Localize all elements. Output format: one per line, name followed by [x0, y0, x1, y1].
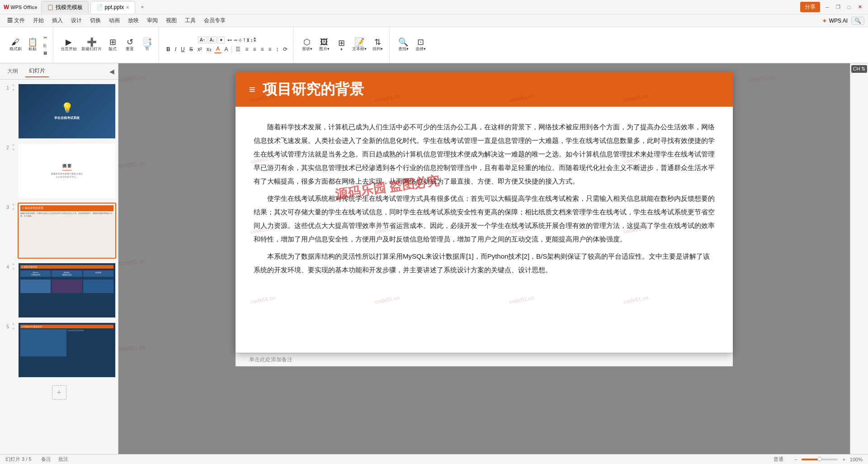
slide-thumb-3[interactable]: ≡ 项目研究的背景 随着科学技术发展，计算机已成为人们生活中必不可少的生活办公工… — [18, 203, 116, 259]
find-button[interactable]: 🔍 查找▾ — [395, 37, 411, 53]
strikethrough-button[interactable]: S — [188, 46, 195, 53]
slide-thumb-2[interactable]: 摘 要 随着科学技术发展计算机已成为人们生活中必不可少... — [18, 143, 116, 199]
bold-button[interactable]: B — [165, 46, 172, 53]
notes-btn[interactable]: 备注 — [38, 455, 54, 463]
tab-close-icon[interactable]: ✕ — [126, 5, 129, 10]
paragraph-3: 本系统为了数据库结构的灵活性所以打算采用MySQL来设计数据库[1]，而Pyth… — [254, 250, 715, 277]
maximize-button[interactable]: □ — [844, 3, 854, 12]
slide-thumb-1[interactable]: 💡 学生在线考试系统 — [18, 83, 116, 139]
menu-home[interactable]: 开始 — [29, 15, 47, 26]
format-brush-button[interactable]: 🖌 格式刷 — [7, 37, 24, 53]
layout-button[interactable]: ⊞ 版式 — [104, 37, 121, 53]
shape-button[interactable]: ⬡ 形状▾ — [299, 37, 315, 53]
menu-member[interactable]: 会员专享 — [200, 15, 229, 26]
ribbon-group-clipboard: 🖌 格式刷 📋 粘贴 ✂ ⎘ ▦ — [4, 27, 53, 63]
font-size-increase[interactable]: A↑ — [198, 37, 207, 43]
main-area: 大纲 幻灯片 ◀ 1 ★ ★ 💡 学生在线考试系统 — [0, 63, 868, 454]
select-button[interactable]: ⊡ 选择▾ — [412, 37, 429, 53]
menu-file[interactable]: ☰ 文件 — [4, 15, 28, 26]
add-slide-button[interactable]: + — [52, 385, 66, 400]
picture-button[interactable]: 🖼 图片▾ — [316, 37, 332, 53]
title-tabs: 📋 找模壳模板 📄 ppt.pptx ✕ + — [41, 1, 148, 14]
zoom-out-btn[interactable]: − — [792, 456, 800, 463]
underline-button[interactable]: U — [179, 46, 187, 53]
play-current-button[interactable]: ▶ 当页开始 — [59, 37, 79, 53]
close-button[interactable]: ✕ — [855, 3, 864, 12]
menu-transition[interactable]: 切换 — [86, 15, 104, 26]
subscript-button[interactable]: x₂ — [205, 46, 213, 53]
align-bullets-button[interactable]: ☰ — [234, 46, 242, 53]
cut-button[interactable]: ✂ — [42, 34, 49, 42]
reset-button[interactable]: ↺ 重置 — [122, 37, 138, 53]
slide-item-3[interactable]: 3 ★ ★ ≡ 项目研究的背景 随着科学技术发展，计算机已成为人们生活中必不可少… — [2, 203, 116, 259]
format-clear-button[interactable]: ▦ — [42, 50, 49, 56]
normal-view-btn[interactable]: 普通 — [771, 455, 786, 463]
new-slide-button[interactable]: ➕ 新建幻灯片 — [80, 37, 104, 53]
font-color-button[interactable]: A — [214, 45, 222, 53]
right-panel: CH ⇅ — [850, 63, 868, 454]
zoom-in-btn[interactable]: + — [840, 456, 848, 463]
slide-thumb-4[interactable]: ≡ 系统开发环境 Python可视化技术 MySQL数据库合成 b/s架构 — [18, 262, 116, 318]
outline-tab[interactable]: 大纲 — [4, 66, 22, 77]
slides-tab[interactable]: 幻灯片 — [25, 65, 49, 77]
tab-template[interactable]: 📋 找模壳模板 — [41, 1, 89, 14]
share-button[interactable]: 分享 — [800, 2, 820, 12]
menu-tools[interactable]: 工具 — [181, 15, 199, 26]
title-bar-right: 分享 ─ ❐ □ ✕ — [800, 2, 864, 12]
text-shadow-button[interactable]: A — [222, 46, 230, 53]
copy-button[interactable]: ⎘ — [42, 42, 49, 49]
align-left-button[interactable]: ≡ — [243, 46, 250, 53]
window-controls: ─ ❐ □ ✕ — [823, 3, 864, 12]
add-slide-area[interactable]: + — [2, 382, 116, 403]
restore-button[interactable]: ❐ — [834, 3, 843, 12]
section-button[interactable]: 📑 节 — [139, 37, 155, 53]
menu-slideshow[interactable]: 放映 — [124, 15, 142, 26]
tab-add-button[interactable]: + — [137, 2, 147, 12]
slide-item-2[interactable]: 2 ★ ★ 摘 要 随着科学技术发展计算机已成为人们生活中必不可少... — [2, 143, 116, 199]
slide-item-4[interactable]: 4 ★ ★ ≡ 系统开发环境 Python可视化技术 MySQL数据库合成 b/… — [2, 262, 116, 318]
menu-review[interactable]: 审阅 — [143, 15, 161, 26]
sort-button[interactable]: ⇅ 排列▾ — [369, 37, 386, 53]
slide-item-1[interactable]: 1 ★ ★ 💡 学生在线考试系统 — [2, 83, 116, 139]
ribbon: 🖌 格式刷 📋 粘贴 ✂ ⎘ ▦ ▶ 当页开始 — [0, 27, 868, 63]
paste-button[interactable]: 📋 粘贴 — [24, 37, 41, 53]
review-btn[interactable]: 批注 — [56, 455, 71, 463]
menu-insert[interactable]: 插入 — [48, 15, 66, 26]
text-clear-format[interactable]: ✦ — [217, 37, 225, 43]
ribbon-group-drawing: ⬡ 形状▾ 🖼 图片▾ ⊞ ▾ 📝 文本框▾ ⇅ 排列▾ — [295, 27, 390, 63]
textbox-button[interactable]: 📝 文本框▾ — [350, 37, 368, 53]
language-toggle[interactable]: CH ⇅ — [851, 65, 868, 73]
search-box[interactable]: 🔍 — [851, 17, 864, 25]
zoom-level: 100% — [850, 457, 863, 462]
menu-view[interactable]: 视图 — [162, 15, 180, 26]
italic-button[interactable]: I — [173, 46, 178, 53]
slide-count: 幻灯片 3 / 5 — [5, 456, 31, 463]
slide-header: ≡ 项目研究的背景 — [236, 72, 733, 107]
slide-item-5[interactable]: 5 ★ ★ ≡ Python可视化技术 Python技术内容描述... — [2, 322, 116, 378]
menu-animation[interactable]: 动画 — [105, 15, 123, 26]
text-direction-button[interactable]: ⟳ — [281, 46, 289, 53]
slide-thumb-5[interactable]: ≡ Python可视化技术 Python技术内容描述... — [18, 322, 116, 378]
numbering-button[interactable]: ⁑ — [254, 38, 256, 43]
align-right-button[interactable]: ≡ — [259, 46, 265, 53]
tab-file[interactable]: 📄 ppt.pptx ✕ — [90, 1, 136, 14]
slide-footer-notes[interactable]: 单击此处添加备注 — [236, 353, 733, 366]
menu-bar-right: ✦ WPS AI 🔍 — [822, 17, 864, 25]
superscript-button[interactable]: x² — [196, 46, 204, 53]
paragraph-spacing-button[interactable]: ↨ — [250, 38, 253, 43]
zoom-slider[interactable] — [802, 459, 838, 460]
font-size-decrease[interactable]: A↓ — [208, 37, 217, 43]
content-area: code51.cn code51.cn code51.cn code51.cn … — [118, 63, 850, 454]
arrange-button[interactable]: ⊞ ▾ — [333, 38, 349, 52]
wps-ai-btn[interactable]: ✦ WPS AI — [822, 17, 848, 24]
title-bar: W WPS Office 📋 找模壳模板 📄 ppt.pptx ✕ + 分享 ─… — [0, 0, 868, 14]
paragraph-1: 随着科学技术发展，计算机已成为人们生活中必不可少的生活办公工具，在这样的背景下，… — [254, 120, 715, 188]
justify-button[interactable]: ≡ — [266, 46, 273, 53]
sidebar-collapse-button[interactable]: ◀ — [109, 68, 114, 75]
minimize-button[interactable]: ─ — [823, 3, 832, 12]
line-spacing-button[interactable]: ↕ — [274, 46, 280, 53]
ribbon-content: 🖌 格式刷 📋 粘贴 ✂ ⎘ ▦ ▶ 当页开始 — [0, 27, 868, 63]
ribbon-group-slides: ▶ 当页开始 ➕ 新建幻灯片 ⊞ 版式 ↺ 重置 📑 节 — [55, 27, 159, 63]
align-center-button[interactable]: ≡ — [251, 46, 258, 53]
menu-design[interactable]: 设计 — [67, 15, 85, 26]
